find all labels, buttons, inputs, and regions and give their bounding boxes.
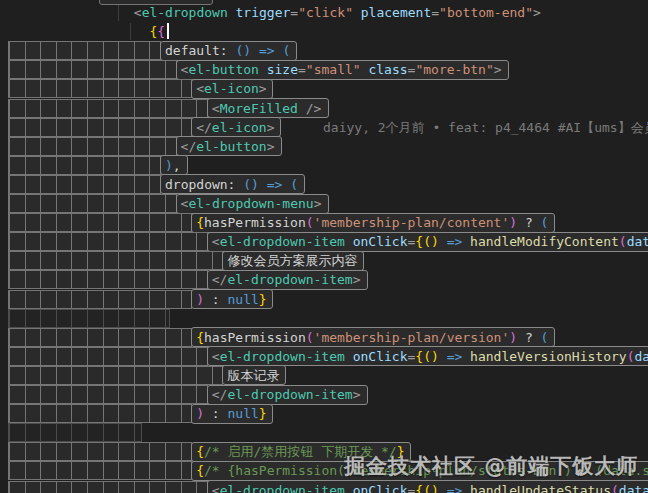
code-token: (): [423, 234, 439, 249]
code-token: {: [196, 215, 204, 230]
code-token: (): [423, 349, 439, 364]
code-token: "bottom-end": [439, 5, 533, 20]
code-text: </el-icon>: [196, 118, 274, 137]
code-token: />: [298, 101, 321, 116]
code-text: 修改会员方案展示内容: [227, 251, 357, 270]
code-line: </el-dropdown-item>: [0, 270, 648, 289]
code-token: 'membership-plan/content': [314, 215, 510, 230]
code-token: [439, 349, 447, 364]
code-token: >: [314, 196, 322, 211]
code-token: el-dropdown: [142, 5, 228, 20]
code-token: data: [627, 234, 648, 249]
code-token: {: [196, 330, 204, 345]
code-token: ?: [517, 215, 540, 230]
code-token: }: [259, 406, 267, 421]
code-line: <el-button size="small" class="more-btn"…: [0, 60, 648, 79]
code-token: trigger: [236, 5, 291, 20]
screenshot-root: { "editor": { "watermark": "掘金技术社区 @前端下饭…: [0, 0, 648, 493]
code-token: >: [353, 272, 361, 287]
grid-artifact: [8, 270, 208, 289]
code-token: [228, 5, 236, 20]
code-line: </el-button>: [0, 137, 648, 156]
code-text: <MoreFilled />: [212, 99, 322, 118]
code-token: <: [212, 483, 220, 493]
code-text: dropdown: () => (: [165, 175, 298, 194]
code-token: <: [212, 234, 220, 249]
code-text: </el-dropdown-item>: [212, 270, 361, 289]
code-token: null: [228, 292, 259, 307]
code-token: el-dropdown-menu: [188, 196, 313, 211]
code-token: handleModifyContent: [470, 234, 619, 249]
code-token: [462, 234, 470, 249]
code-line: [0, 423, 648, 442]
code-token: >: [353, 387, 361, 402]
code-token: MoreFilled: [220, 101, 298, 116]
code-token: el-icon: [212, 120, 267, 135]
code-text: {hasPermission('membership-plan/content'…: [196, 213, 548, 232]
code-token: ): [196, 292, 204, 307]
code-token: onClick: [353, 483, 408, 493]
grid-artifact: [8, 423, 142, 442]
code-token: placement: [361, 5, 431, 20]
code-text: <el-dropdown-item onClick={() => handleV…: [212, 347, 648, 366]
code-token: dropdown:: [165, 177, 243, 192]
code-token: =>: [447, 483, 463, 493]
code-token: =: [290, 5, 298, 20]
git-blame-annotation: daiyy, 2个月前 • feat: p4_4464 #AI【ums】会员: [323, 118, 648, 137]
code-editor[interactable]: <el-dropdown trigger="click" placement="…: [0, 0, 648, 493]
code-token: {: [415, 234, 423, 249]
code-token: >: [259, 81, 267, 96]
code-token: (: [541, 215, 549, 230]
code-token: default:: [165, 43, 235, 58]
code-token: [259, 62, 267, 77]
grid-artifact: [8, 309, 170, 328]
code-token: el-dropdown-item: [220, 234, 345, 249]
grid-artifact: [8, 118, 192, 137]
code-token: (: [306, 330, 314, 345]
code-text: {{: [149, 22, 165, 41]
code-token: "small": [306, 62, 361, 77]
code-token: }: [259, 292, 267, 307]
code-token: onClick: [353, 349, 408, 364]
code-line: </el-dropdown-item>: [0, 385, 648, 404]
grid-artifact: [8, 328, 192, 347]
grid-artifact: [8, 137, 177, 156]
grid-artifact: [8, 99, 208, 118]
code-token: [345, 483, 353, 493]
code-text: <el-dropdown-item onClick={() => handleM…: [212, 232, 648, 251]
code-token: >: [267, 120, 275, 135]
code-token: el-dropdown-item: [220, 349, 345, 364]
code-token: el-dropdown-item: [227, 387, 352, 402]
code-token: [462, 483, 470, 493]
code-token: </: [181, 139, 197, 154]
code-line: {{: [0, 22, 648, 41]
code-token: el-dropdown-item: [220, 483, 345, 493]
code-text: ) : null}: [196, 290, 266, 309]
code-line: ) : null}: [0, 404, 648, 423]
code-text: </el-button>: [181, 137, 275, 156]
code-token: [345, 234, 353, 249]
code-token: data: [619, 483, 648, 493]
code-token: () => (: [243, 177, 298, 192]
code-token: ,: [173, 158, 181, 173]
code-line: default: () => (: [0, 41, 648, 60]
code-token: "click": [298, 5, 353, 20]
code-token: (: [619, 234, 627, 249]
code-token: {: [415, 349, 423, 364]
grid-artifact: [8, 41, 161, 60]
code-token: [353, 5, 361, 20]
code-token: "more-btn": [415, 62, 493, 77]
code-text: ) : null}: [196, 404, 266, 423]
code-line: <el-dropdown-item onClick={() => handleV…: [0, 347, 648, 366]
code-line: [0, 309, 648, 328]
grid-artifact: [8, 442, 192, 461]
code-token: dat: [634, 349, 648, 364]
code-token: (: [611, 483, 619, 493]
code-line: ) : null}: [0, 290, 648, 309]
code-text: <el-dropdown-item onClick={() => handleU…: [212, 481, 648, 493]
code-token: hasPermission: [204, 330, 306, 345]
code-line: <el-icon>: [0, 79, 648, 98]
code-token: ?: [517, 330, 540, 345]
code-token: el-dropdown-item: [227, 272, 352, 287]
code-text: 版本记录: [227, 366, 279, 385]
